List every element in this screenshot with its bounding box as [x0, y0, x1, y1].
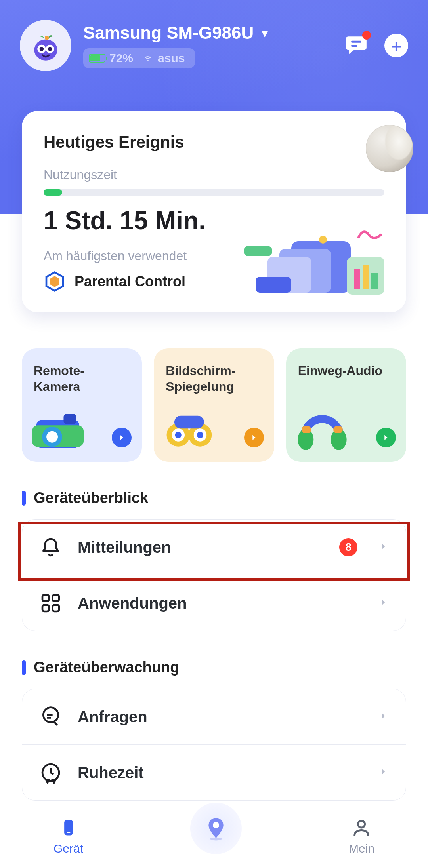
apps-grid-icon: [40, 592, 62, 614]
svg-point-45: [210, 838, 222, 840]
chevron-right-icon: [378, 767, 388, 779]
event-card-title: Heutiges Ereignis: [44, 133, 184, 152]
overview-list: Mitteilungen 8 Anwendungen: [22, 519, 406, 631]
section-accent-bar: [22, 660, 26, 675]
usage-time-label: Nutzungszeit: [44, 168, 384, 182]
nav-label: Mein: [349, 842, 374, 855]
feature-tiles: Remote-Kamera Bildschirm-Spiegelung Einw…: [0, 348, 428, 462]
tile-label: Remote-Kamera: [34, 363, 130, 394]
list-item-label: Ruhezeit: [78, 764, 362, 782]
svg-point-46: [358, 821, 365, 828]
list-item-requests[interactable]: Anfragen: [22, 689, 406, 744]
usage-progress-bar: [44, 189, 384, 196]
add-device-button[interactable]: ＋: [384, 34, 408, 57]
tile-arrow-icon: [244, 428, 264, 447]
notification-dot-icon: [362, 31, 371, 40]
battery-status: 72%: [89, 51, 133, 65]
wifi-status: asus: [142, 51, 185, 65]
downtime-icon: [40, 761, 62, 784]
section-device-monitoring: Geräteüberwachung Anfragen Ruhezeit: [0, 659, 428, 801]
binoculars-icon: [164, 408, 216, 451]
svg-rect-7: [351, 45, 357, 47]
tile-one-way-audio[interactable]: Einweg-Audio: [286, 348, 406, 462]
plus-icon: ＋: [388, 34, 405, 57]
request-icon: [40, 706, 62, 728]
svg-point-5: [44, 36, 49, 40]
svg-rect-37: [53, 595, 59, 601]
device-name: Samsung SM-G986U ▼: [83, 23, 332, 43]
svg-rect-35: [302, 426, 311, 433]
list-item-downtime[interactable]: Ruhezeit: [22, 744, 406, 800]
device-selector-block[interactable]: Samsung SM-G986U ▼ 72% asus: [83, 23, 332, 68]
notification-count-badge: 8: [339, 538, 357, 556]
bottom-nav: Gerät Mein: [0, 805, 428, 868]
monitoring-list: Anfragen Ruhezeit: [22, 689, 406, 801]
svg-rect-36: [42, 595, 49, 601]
nav-tab-device[interactable]: Gerät: [54, 817, 83, 855]
tile-label: Bildschirm-Spiegelung: [166, 363, 262, 394]
person-icon: [351, 817, 372, 838]
header-row: Samsung SM-G986U ▼ 72% asus: [20, 20, 408, 71]
nav-tab-mine[interactable]: Mein: [349, 817, 374, 855]
device-icon: [58, 817, 79, 838]
most-used-app-name: Parental Control: [75, 273, 185, 290]
bell-icon: [40, 536, 62, 558]
chevron-right-icon: [378, 597, 388, 609]
svg-point-3: [39, 47, 44, 51]
dropdown-caret-icon: ▼: [259, 27, 270, 40]
svg-point-23: [46, 431, 58, 443]
wifi-icon: [142, 53, 154, 63]
battery-percent: 72%: [109, 51, 133, 65]
tile-screen-mirror[interactable]: Bildschirm-Spiegelung: [154, 348, 274, 462]
list-item-notifications[interactable]: Mitteilungen 8: [22, 520, 406, 575]
device-name-text: Samsung SM-G986U: [83, 23, 254, 43]
device-status-pill: 72% asus: [83, 48, 195, 68]
battery-icon: [89, 54, 105, 63]
svg-point-19: [319, 236, 327, 244]
section-device-overview: Geräteüberblick Mitteilungen 8 Anwendung…: [0, 489, 428, 631]
app-shield-icon: [44, 270, 66, 293]
chevron-right-icon: [378, 711, 388, 723]
chevron-right-icon: [378, 541, 388, 553]
list-item-applications[interactable]: Anwendungen: [22, 575, 406, 631]
svg-rect-6: [351, 41, 361, 43]
pet-photo[interactable]: [366, 125, 413, 172]
tile-arrow-icon: [112, 428, 132, 447]
usage-progress-fill: [44, 189, 62, 196]
list-item-label: Mitteilungen: [78, 539, 323, 556]
camera-icon: [32, 408, 84, 451]
svg-point-29: [175, 432, 182, 438]
nav-tab-location[interactable]: [190, 803, 242, 854]
section-heading: Geräteüberwachung: [34, 659, 179, 676]
most-used-label: Am häufigsten verwendet: [44, 249, 384, 263]
svg-rect-43: [67, 832, 70, 833]
child-avatar[interactable]: [20, 20, 71, 71]
list-item-label: Anfragen: [78, 708, 362, 726]
nav-label: Gerät: [54, 842, 83, 855]
list-item-label: Anwendungen: [78, 594, 362, 612]
svg-rect-31: [174, 415, 204, 428]
berry-avatar-icon: [29, 29, 63, 63]
most-used-app-row: Parental Control: [44, 270, 384, 293]
svg-rect-24: [63, 414, 76, 424]
section-heading: Geräteüberblick: [34, 489, 148, 506]
messages-button[interactable]: [344, 32, 369, 59]
headphones-icon: [296, 408, 348, 451]
svg-rect-39: [53, 605, 59, 611]
tile-remote-camera[interactable]: Remote-Kamera: [22, 348, 142, 462]
location-pin-icon: [203, 816, 229, 841]
header-actions: ＋: [344, 32, 408, 59]
svg-point-30: [197, 432, 203, 438]
today-event-card[interactable]: Heutiges Ereignis Nutzungszeit 1 Std. 15…: [22, 111, 406, 312]
tile-arrow-icon: [376, 428, 396, 447]
svg-point-4: [48, 47, 52, 51]
svg-point-44: [213, 822, 219, 828]
wifi-name: asus: [158, 51, 185, 65]
svg-rect-38: [42, 605, 49, 611]
usage-time-value: 1 Std. 15 Min.: [44, 206, 384, 235]
section-accent-bar: [22, 491, 26, 506]
tile-label: Einweg-Audio: [298, 363, 394, 379]
svg-rect-34: [333, 426, 342, 433]
